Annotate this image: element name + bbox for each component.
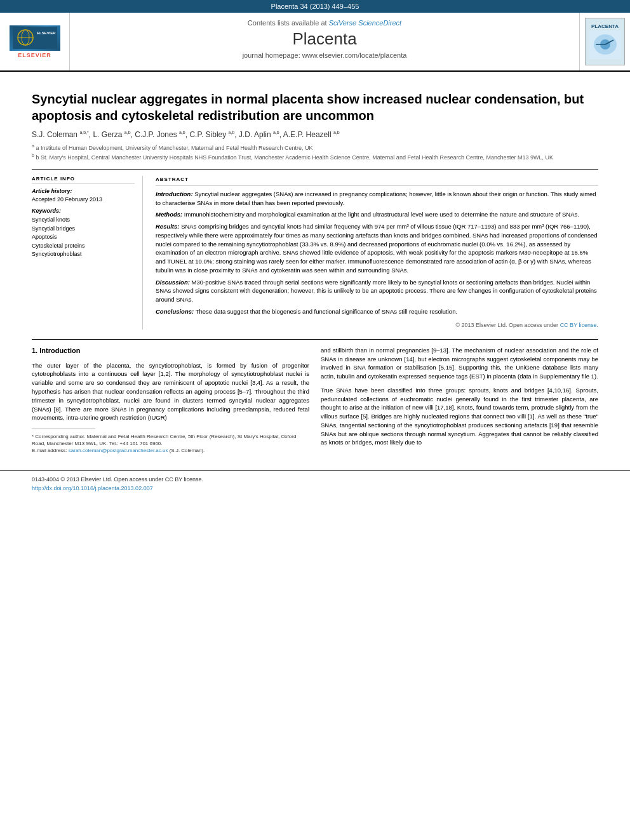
keyword-1: Syncytial knots [32,216,135,225]
abstract-results: Results: SNAs comprising bridges and syn… [156,222,598,275]
page: Placenta 34 (2013) 449–455 ELSEVIER ELSE… [0,0,630,497]
article-info-abstract: Article Info Article history: Accepted 2… [32,169,598,330]
article-info-label: Article Info [32,176,135,184]
abstract-methods: Methods: Immunohistochemistry and morpho… [156,210,598,219]
main-text-columns: 1. Introduction The outer layer of the p… [32,346,598,455]
abstract-introduction-label: Introduction: [156,190,193,197]
article-info-column: Article Info Article history: Accepted 2… [32,176,143,330]
affiliation-b: b b St. Mary's Hospital, Central Manches… [32,152,598,162]
copyright-line: © 2013 Elsevier Ltd. Open access under C… [156,321,598,330]
authors-line: S.J. Coleman a,b,*, L. Gerza a,b, C.J.P.… [32,130,598,139]
main-content: Syncytial nuclear aggregates in normal p… [0,72,630,464]
elsevier-text: ELSEVIER [18,52,51,58]
section-divider [32,339,598,340]
footer: 0143-4004 © 2013 Elsevier Ltd. Open acce… [0,470,630,497]
keywords-list: Syncytial knots Syncytial bridges Apopto… [32,216,135,259]
article-accepted-date: Accepted 20 February 2013 [32,196,135,203]
keyword-2: Syncytial bridges [32,225,135,234]
footnote-email: E-mail address: sarah.coleman@postgrad.m… [32,447,309,454]
elsevier-logo-container: ELSEVIER ELSEVIER [0,13,70,70]
cc-link[interactable]: CC BY license [560,322,597,328]
main-col-right: and stillbirth than in normal pregnancie… [321,346,598,455]
email-link[interactable]: sarah.coleman@postgrad.manchester.ac.uk [69,448,168,453]
doi-link[interactable]: http://dx.doi.org/10.1016/j.placenta.201… [32,485,153,491]
footer-left: 0143-4004 © 2013 Elsevier Ltd. Open acce… [32,475,203,493]
abstract-results-label: Results: [156,223,179,230]
journal-title-header: Placenta [83,29,566,49]
svg-text:ELSEVIER: ELSEVIER [37,31,56,35]
introduction-heading: 1. Introduction [32,346,309,356]
abstract-conclusions: Conclusions: These data suggest that the… [156,307,598,316]
keyword-4: Cytoskeletal proteins [32,242,135,251]
abstract-conclusions-label: Conclusions: [156,308,194,315]
sciverse-link[interactable]: SciVerse ScienceDirect [329,19,402,27]
abstract-conclusions-text: These data suggest that the biogenesis a… [196,308,457,315]
placenta-logo-img [589,30,621,59]
footnote-divider [32,429,95,429]
journal-header: ELSEVIER ELSEVIER Contents lists availab… [0,13,630,72]
journal-volume: Placenta 34 (2013) 449–455 [271,3,359,10]
abstract-discussion: Discussion: M30-positive SNAs traced thr… [156,278,598,304]
abstract-methods-label: Methods: [156,211,182,218]
intro-para-3: True SNAs have been classified into thre… [321,386,598,447]
elsevier-logo: ELSEVIER ELSEVIER [10,25,60,58]
intro-para-2: and stillbirth than in normal pregnancie… [321,346,598,381]
keywords-label: Keywords: [32,208,135,214]
placenta-logo-container: PLACENTA [579,13,630,70]
footer-doi: http://dx.doi.org/10.1016/j.placenta.201… [32,484,203,493]
article-history-label: Article history: [32,188,135,194]
abstract-methods-text: Immunohistochemistry and morphological e… [184,211,579,218]
abstract-introduction-text: Syncytial nuclear aggregates (SNAs) are … [156,190,596,206]
keyword-3: Apoptosis [32,233,135,242]
sciverse-line: Contents lists available at SciVerse Sci… [83,19,566,27]
journal-homepage: journal homepage: www.elsevier.com/locat… [83,51,566,59]
elsevier-image: ELSEVIER [10,25,60,51]
abstract-discussion-text: M30-positive SNAs traced through serial … [156,279,597,303]
journal-header-center: Contents lists available at SciVerse Sci… [70,13,579,70]
intro-para-1: The outer layer of the placenta, the syn… [32,361,309,422]
keyword-5: Syncytiotrophoblast [32,250,135,259]
abstract-introduction: Introduction: Syncytial nuclear aggregat… [156,190,598,208]
article-title: Syncytial nuclear aggregates in normal p… [32,91,598,124]
affiliations: a a Institute of Human Development, Univ… [32,143,598,161]
abstract-results-text: SNAs comprising bridges and syncytial kn… [156,223,597,274]
footnote-corresponding: * Corresponding author. Maternal and Fet… [32,433,309,447]
placenta-logo-title: PLACENTA [591,23,619,29]
main-col-left: 1. Introduction The outer layer of the p… [32,346,309,455]
abstract-column: Abstract Introduction: Syncytial nuclear… [156,176,598,330]
footer-issn: 0143-4004 © 2013 Elsevier Ltd. Open acce… [32,475,203,484]
affiliation-a: a a Institute of Human Development, Univ… [32,143,598,152]
abstract-label: Abstract [156,176,598,186]
top-bar: Placenta 34 (2013) 449–455 [0,0,630,13]
placenta-logo: PLACENTA [585,18,625,65]
abstract-discussion-label: Discussion: [156,279,190,286]
